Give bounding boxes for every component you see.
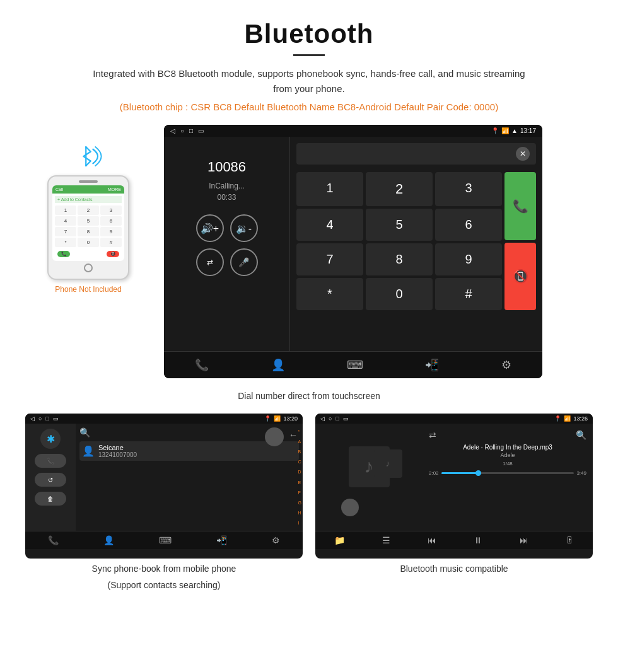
phone-dial-key[interactable]: 9 [100, 227, 122, 236]
pb-nav-calls-icon[interactable]: 📞 [48, 535, 59, 545]
numpad-key-1[interactable]: 1 [296, 172, 363, 206]
phone-end-button[interactable]: 📵 [107, 251, 119, 257]
music-progress-bar-area: 2:02 3:49 [429, 470, 586, 476]
numpad-area: 1 2 3 4 5 6 7 8 9 * 0 # [296, 172, 536, 310]
phone-dial-key[interactable]: * [55, 238, 76, 247]
numpad-grid: 1 2 3 4 5 6 7 8 9 * 0 # [296, 172, 502, 310]
music-album-area: ♪ ♪ [315, 424, 423, 531]
dial-right-panel: ✕ 1 2 3 4 5 6 7 8 9 [290, 137, 542, 351]
location-icon: 📍 [491, 127, 499, 134]
end-call-button[interactable]: 📵 [504, 243, 536, 311]
phone-dial-key[interactable]: 3 [100, 206, 122, 215]
phone-dial-key[interactable]: 8 [78, 227, 99, 236]
numpad-key-7[interactable]: 7 [296, 243, 363, 275]
pb-home-icon[interactable]: ○ [38, 415, 42, 422]
back-icon[interactable]: ◁ [170, 127, 175, 134]
numpad-key-6[interactable]: 6 [435, 209, 502, 241]
numpad-key-9[interactable]: 9 [435, 243, 502, 275]
pb-time: 13:20 [283, 415, 298, 422]
nav-dialpad-icon[interactable]: ⌨ [347, 358, 363, 372]
pb-recent-icon[interactable]: □ [45, 415, 49, 422]
phone-home-button[interactable] [84, 264, 93, 272]
pb-alpha-a[interactable]: A [298, 439, 301, 444]
pb-alpha-i[interactable]: I [298, 521, 301, 525]
pb-status-left: ◁ ○ □ ▭ [30, 415, 59, 422]
home-icon[interactable]: ○ [180, 127, 184, 134]
pb-alpha-c[interactable]: C [298, 460, 301, 464]
pb-alpha-h[interactable]: H [298, 511, 301, 515]
pb-nav-dialpad-icon[interactable]: ⌨ [159, 535, 172, 545]
volume-down-button[interactable]: 🔉- [230, 214, 258, 242]
status-right-info: 📍 📶 ▲ 13:17 [491, 127, 536, 134]
phonebook-screen: ◁ ○ □ ▭ 📍 📶 13:20 ✱ [25, 414, 303, 559]
music-status-left: ◁ ○ □ ▭ [320, 415, 349, 422]
numpad-key-hash[interactable]: # [435, 278, 502, 310]
music-search-icon[interactable]: 🔍 [576, 430, 586, 440]
pb-phone-button[interactable]: 📞 [35, 454, 66, 468]
pb-location-icon: 📍 [264, 415, 271, 422]
recent-icon[interactable]: □ [189, 127, 193, 134]
music-circle [341, 495, 359, 516]
pb-status-bar: ◁ ○ □ ▭ 📍 📶 13:20 [25, 414, 303, 424]
music-track-count: 1/48 [429, 461, 586, 466]
music-album-group: ♪ ♪ [331, 438, 407, 495]
volume-up-icon: 🔊+ [201, 223, 219, 235]
pb-search-icon[interactable]: 🔍 [79, 427, 90, 437]
music-prev-icon[interactable]: ⏮ [428, 535, 436, 545]
pb-phone-icon: 📞 [47, 458, 54, 465]
pb-main: 🔍 ← 👤 Seicane 13241007000 * [76, 424, 303, 531]
numpad-key-8[interactable]: 8 [366, 243, 433, 275]
music-recent-icon[interactable]: □ [335, 415, 339, 422]
phone-dial-key[interactable]: 0 [78, 238, 99, 247]
numpad-key-star[interactable]: * [296, 278, 363, 310]
pb-alpha-g[interactable]: G [298, 501, 301, 505]
music-play-pause-icon[interactable]: ⏸ [474, 535, 482, 545]
phone-signal-icon: 📶 [501, 127, 509, 134]
pb-back-icon[interactable]: ◁ [30, 415, 35, 422]
phone-dial-key[interactable]: 5 [78, 216, 99, 226]
music-next-icon[interactable]: ⏭ [520, 535, 528, 545]
phone-dial-key[interactable]: 2 [78, 206, 99, 215]
pb-contact-item[interactable]: 👤 Seicane 13241007000 [79, 441, 299, 461]
numpad-key-5[interactable]: 5 [366, 209, 433, 241]
phone-header-more: MORE [108, 187, 121, 192]
music-back-icon[interactable]: ◁ [320, 415, 325, 422]
music-shuffle-icon[interactable]: ⇄ [429, 430, 436, 440]
phone-dial-key[interactable]: 6 [100, 216, 122, 226]
phone-dial-key[interactable]: # [100, 238, 122, 247]
phone-dial-key[interactable]: 4 [55, 216, 76, 226]
microphone-button[interactable]: 🎤 [230, 248, 258, 276]
numpad-key-2[interactable]: 2 [366, 172, 433, 206]
dial-number: 10086 [207, 159, 246, 175]
numpad-key-0[interactable]: 0 [366, 278, 433, 310]
pb-alpha-b[interactable]: B [298, 449, 301, 454]
music-album-art-main: ♪ ♪ [349, 446, 390, 487]
pb-alpha-d[interactable]: D [298, 470, 301, 474]
music-list-icon[interactable]: ☰ [382, 535, 390, 545]
music-progress-track[interactable] [441, 472, 574, 474]
pb-refresh-button[interactable]: ↺ [35, 473, 66, 487]
phone-dial-key[interactable]: 1 [55, 206, 76, 215]
pb-nav-contacts-icon[interactable]: 👤 [103, 535, 114, 545]
numpad-key-4[interactable]: 4 [296, 209, 363, 241]
pb-alpha-f[interactable]: F [298, 490, 301, 495]
nav-settings-icon[interactable]: ⚙ [501, 358, 511, 372]
nav-contacts-icon[interactable]: 👤 [271, 358, 285, 372]
nav-transfer-icon[interactable]: 📲 [425, 358, 439, 372]
volume-up-button[interactable]: 🔊+ [196, 214, 224, 242]
music-eq-icon[interactable]: 🎚 [566, 535, 574, 545]
music-folder-icon[interactable]: 📁 [334, 535, 345, 545]
phone-dial-key[interactable]: 7 [55, 227, 76, 236]
pb-alpha-e[interactable]: E [298, 480, 301, 485]
phone-call-button[interactable]: 📞 [57, 251, 70, 257]
pb-nav-transfer-icon[interactable]: 📲 [216, 535, 227, 545]
pb-alpha-star[interactable]: * [298, 429, 301, 434]
music-home-icon[interactable]: ○ [329, 415, 332, 422]
nav-calls-icon[interactable]: 📞 [195, 358, 209, 372]
dial-clear-button[interactable]: ✕ [516, 147, 530, 161]
pb-delete-button[interactable]: 🗑 [35, 492, 66, 506]
pb-nav-settings-icon[interactable]: ⚙ [272, 535, 280, 545]
transfer-button[interactable]: ⇄ [196, 248, 224, 276]
answer-call-button[interactable]: 📞 [504, 172, 536, 240]
numpad-key-3[interactable]: 3 [435, 172, 502, 206]
